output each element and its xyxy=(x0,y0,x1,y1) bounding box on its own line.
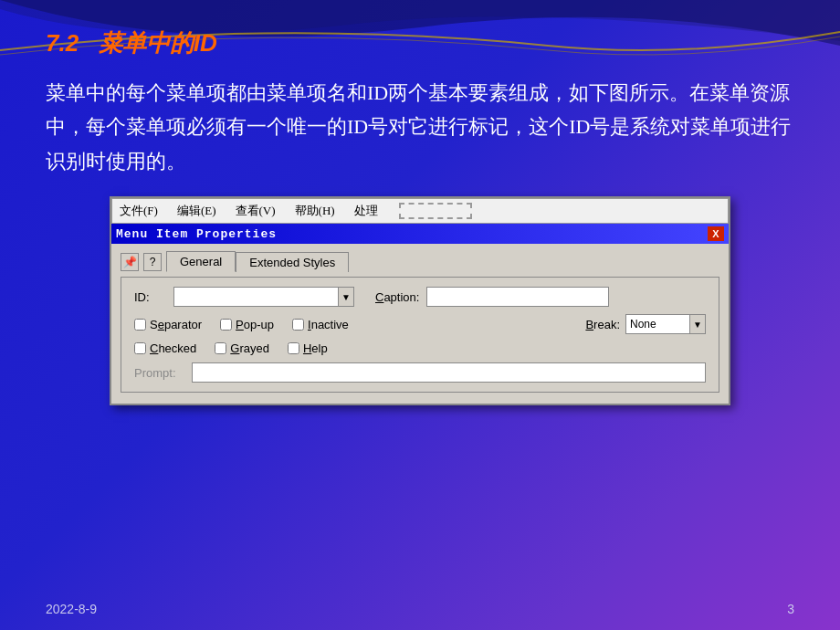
menu-item-edit[interactable]: 编辑(E) xyxy=(174,202,219,220)
separator-checkbox-item: Separator xyxy=(134,318,202,331)
break-input[interactable] xyxy=(625,314,689,334)
popup-checkbox[interactable] xyxy=(220,319,232,331)
break-combo[interactable]: ▼ xyxy=(625,314,706,334)
inactive-checkbox-item: Inactive xyxy=(292,318,349,331)
dialog-title: Menu Item Properties xyxy=(116,227,277,241)
footer-date: 2022-8-9 xyxy=(46,602,97,616)
dialog-container: 文件(F) 编辑(E) 查看(V) 帮助(H) 处理 Menu Item Pro… xyxy=(110,196,730,405)
tab-extended-styles[interactable]: Extended Styles xyxy=(236,252,349,272)
slide-footer: 2022-8-9 3 xyxy=(46,602,794,616)
caption-input[interactable] xyxy=(426,287,609,307)
caption-label: Caption: xyxy=(375,290,419,304)
checkbox-row-1: Separator Pop-up Inactive Break: xyxy=(134,314,706,334)
dashed-placeholder xyxy=(399,203,472,219)
id-label: ID: xyxy=(134,290,166,304)
prompt-input[interactable] xyxy=(192,362,706,383)
title-prefix: 7.2 xyxy=(46,29,79,57)
checked-checkbox-item: Checked xyxy=(134,341,196,355)
caption-underline: C xyxy=(375,290,383,304)
dialog-body: 📌 ? General Extended Styles ID: xyxy=(111,244,729,404)
menu-item-process[interactable]: 处理 xyxy=(352,202,381,220)
id-dropdown-btn[interactable]: ▼ xyxy=(338,287,354,307)
prompt-row: Prompt: xyxy=(134,362,706,383)
grayed-checkbox-item: Grayed xyxy=(215,341,269,355)
tabs-row: General Extended Styles xyxy=(166,251,349,272)
menu-item-file[interactable]: 文件(F) xyxy=(117,202,161,220)
break-label: Break: xyxy=(585,318,620,331)
tab-content: ID: ▼ Caption: Separator xyxy=(121,277,719,393)
title-text: 菜单中的ID xyxy=(99,29,217,57)
prompt-label: Prompt: xyxy=(134,366,184,380)
menu-item-help[interactable]: 帮助(H) xyxy=(292,202,338,220)
menu-item-view[interactable]: 查看(V) xyxy=(233,202,278,220)
toolbar-row: 📌 ? General Extended Styles xyxy=(121,251,719,272)
footer-page: 3 xyxy=(787,602,794,616)
help-checkbox[interactable] xyxy=(288,342,299,354)
inactive-label: Inactive xyxy=(308,318,349,331)
break-group: Break: ▼ xyxy=(585,314,706,334)
separator-checkbox[interactable] xyxy=(134,319,146,331)
separator-label: Separator xyxy=(150,318,202,331)
tab-general[interactable]: General xyxy=(166,251,236,272)
break-dropdown-btn[interactable]: ▼ xyxy=(689,314,706,334)
id-caption-row: ID: ▼ Caption: xyxy=(134,287,706,307)
section-title: 7.2 菜单中的ID xyxy=(46,27,794,59)
help-checkbox-item: Help xyxy=(288,341,328,355)
slide-content: 7.2 菜单中的ID 菜单中的每个菜单项都由菜单项名和ID两个基本要素组成，如下… xyxy=(0,0,840,630)
id-input[interactable] xyxy=(173,287,338,307)
checked-label: Checked xyxy=(150,341,196,355)
dialog-titlebar: Menu Item Properties X xyxy=(111,224,729,244)
id-combo[interactable]: ▼ xyxy=(173,287,354,307)
checked-checkbox[interactable] xyxy=(134,342,146,354)
inactive-checkbox[interactable] xyxy=(292,319,304,331)
help-icon[interactable]: ? xyxy=(143,253,162,271)
pin-icon[interactable]: 📌 xyxy=(121,253,139,271)
popup-label: Pop-up xyxy=(236,318,274,331)
checkbox-row-2: Checked Grayed Help xyxy=(134,341,706,355)
menu-bar: 文件(F) 编辑(E) 查看(V) 帮助(H) 处理 xyxy=(111,198,729,224)
grayed-checkbox[interactable] xyxy=(215,342,226,354)
popup-checkbox-item: Pop-up xyxy=(220,318,274,331)
help-label: Help xyxy=(303,341,328,355)
body-text: 菜单中的每个菜单项都由菜单项名和ID两个基本要素组成，如下图所示。在菜单资源中，… xyxy=(46,76,794,178)
close-button[interactable]: X xyxy=(708,226,724,241)
grayed-label: Grayed xyxy=(230,341,269,355)
